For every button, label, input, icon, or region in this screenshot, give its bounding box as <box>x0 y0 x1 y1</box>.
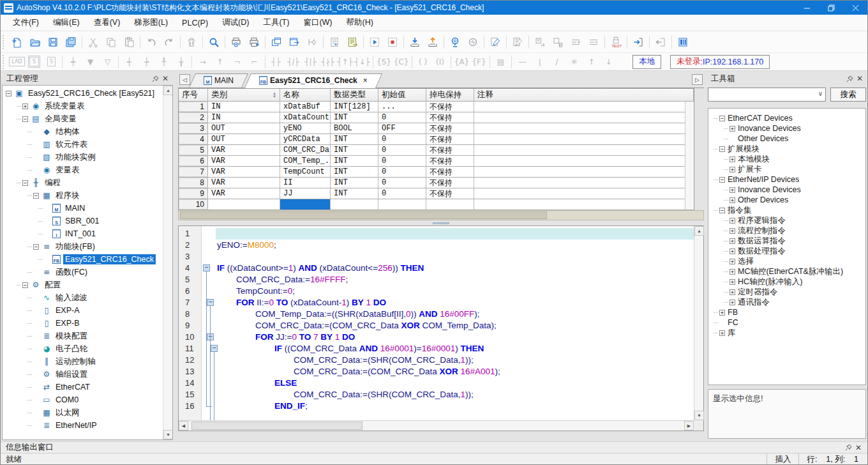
stop-button[interactable] <box>384 33 401 51</box>
toolbox-item-other-devices[interactable]: +Other Devices <box>708 195 865 205</box>
column-header-掉电保持[interactable]: 掉电保持 <box>426 89 474 101</box>
cell-掉电保持[interactable]: 不保持 <box>426 112 474 123</box>
menu-item-8[interactable]: 帮助(H) <box>340 16 380 30</box>
code-line-14[interactable]: ELSE <box>216 377 694 389</box>
expand-icon[interactable]: + <box>719 330 725 336</box>
toolbar-grip[interactable] <box>3 55 6 69</box>
device-view-button[interactable] <box>674 33 692 51</box>
menu-item-2[interactable]: 查看(V) <box>87 16 128 30</box>
function-instruction-button[interactable]: {F} <box>470 54 488 70</box>
cell-类别[interactable]: IN <box>208 102 280 112</box>
column-header-注释[interactable]: 注释 <box>474 89 694 101</box>
cell-数据类型[interactable]: BOOL <box>331 123 378 133</box>
cell-注释[interactable] <box>474 188 694 199</box>
cell-初始值[interactable]: 0 <box>378 156 426 166</box>
menu-item-1[interactable]: 编辑(E) <box>46 16 87 30</box>
expand-icon[interactable]: + <box>730 187 735 193</box>
cell-类别[interactable]: IN <box>208 112 280 123</box>
coil-out-button[interactable]: ( ) <box>414 54 431 70</box>
cell-数据类型[interactable]: INT <box>331 112 378 123</box>
lad-mode-button[interactable]: LAD <box>8 54 26 70</box>
tree-item-easy521-crc16-check-easy521[interactable]: −▣Easy521_CRC16_Check [Easy521] <box>3 87 163 100</box>
expand-icon[interactable]: + <box>730 228 735 234</box>
menu-item-6[interactable]: 工具(T) <box>256 16 296 30</box>
menu-item-3[interactable]: 梯形图(L) <box>127 16 175 30</box>
copy-button[interactable] <box>102 33 120 51</box>
toolbox-item-inovance-devices[interactable]: +Inovance Devices <box>708 185 865 195</box>
toolbar-grip[interactable] <box>3 35 6 49</box>
collapse-icon[interactable]: − <box>33 193 39 199</box>
delete-button[interactable] <box>183 33 200 51</box>
cell-名称[interactable]: yCRCData <box>280 134 331 144</box>
print-button[interactable] <box>245 33 263 51</box>
collapse-icon[interactable]: − <box>719 177 725 183</box>
cell-初始值[interactable]: 0 <box>378 178 426 188</box>
cell-掉电保持[interactable]: 不保持 <box>426 156 474 166</box>
insert-row-button[interactable] <box>567 33 585 51</box>
delete-line-button[interactable]: / <box>548 54 565 70</box>
collapse-icon[interactable]: − <box>22 180 28 186</box>
compile-all-button[interactable] <box>343 33 361 51</box>
scroll-up-icon[interactable]: ▲ <box>694 226 704 236</box>
tree-item-功能块-fb[interactable]: −≡功能块(FB) <box>3 240 163 253</box>
contact-rising-button[interactable]: ┤|├ <box>302 54 319 70</box>
tree-item-easy521-crc16-check[interactable]: FBEasy521_CRC16_Check <box>3 253 163 266</box>
export-window-button[interactable] <box>285 33 303 51</box>
h-line-button[interactable]: — <box>514 54 531 70</box>
cell-掉电保持[interactable]: 不保持 <box>426 102 474 112</box>
contact-pulse-down-button[interactable]: ┤↓├ <box>354 54 371 70</box>
cell-名称[interactable]: xDataCount <box>280 112 331 123</box>
line-right-button[interactable]: → <box>194 54 211 70</box>
expand-icon[interactable]: + <box>730 197 735 203</box>
code-line-1[interactable] <box>216 228 694 240</box>
toolbox-item-fc[interactable]: FC <box>708 317 865 328</box>
tree-item-ethernet-ip[interactable]: ≣EtherNet/IP <box>3 419 163 432</box>
cell-名称[interactable]: TempCount <box>280 167 331 177</box>
code-line-16[interactable]: END_IF; <box>216 400 694 412</box>
code-line-5[interactable]: COM_CRC_Data:=16#FFFF; <box>216 274 694 286</box>
contact-edit-3-button[interactable]: ╀ <box>155 54 172 70</box>
logout-button[interactable] <box>652 33 670 51</box>
code-line-7[interactable]: FOR II:=0 TO (xDataCount-1) BY 1 DO <box>216 297 694 309</box>
append-branch-button[interactable]: ▽ <box>99 54 116 70</box>
row-number[interactable]: 1 <box>179 102 208 112</box>
cell-名称[interactable]: COM_CRC_Data <box>280 145 331 155</box>
fold-collapse-icon[interactable]: − <box>203 264 210 271</box>
expand-icon[interactable]: + <box>22 103 28 109</box>
run-button[interactable] <box>366 33 384 51</box>
tree-item-sbr-001[interactable]: SSBR_001 <box>3 215 163 227</box>
expand-icon[interactable]: + <box>730 156 735 162</box>
close-panel-icon[interactable]: ✕ <box>853 443 864 453</box>
transfer-delete-button[interactable] <box>549 33 567 51</box>
toolbox-item-other-devices[interactable]: Other Devices <box>708 133 865 144</box>
cell-类别[interactable]: VAR <box>208 156 280 166</box>
tree-item-运动控制轴[interactable]: ‖运动控制轴 <box>3 355 163 368</box>
cell-注释[interactable] <box>474 123 694 133</box>
cell-初始值[interactable]: 0 <box>378 134 426 144</box>
menu-item-4[interactable]: PLC(P) <box>175 16 215 30</box>
expand-icon[interactable]: + <box>730 126 735 132</box>
tree-item-配置[interactable]: −⚙配置 <box>3 278 163 291</box>
tree-item-exp-b[interactable]: ▯EXP-B <box>3 317 163 330</box>
login-button[interactable] <box>629 33 647 51</box>
tree-item-结构体[interactable]: ◆结构体 <box>3 125 163 138</box>
download-plc-button[interactable] <box>406 33 424 51</box>
cell-掉电保持[interactable]: 不保持 <box>426 123 474 133</box>
row-number[interactable]: 8 <box>179 178 208 188</box>
cascade-windows-button[interactable] <box>267 33 285 51</box>
move-up-button[interactable]: ↑ <box>583 54 600 70</box>
toolbox-item-扩展卡[interactable]: +扩展卡 <box>708 164 865 174</box>
row-number[interactable]: 4 <box>179 134 208 144</box>
cell-名称[interactable]: yENO <box>280 123 331 133</box>
contact-pulse-up-button[interactable]: ┤↑├ <box>336 54 354 70</box>
cut-button[interactable] <box>84 33 102 51</box>
tree-item-轴组设置[interactable]: ⚙轴组设置 <box>3 368 163 381</box>
cell-注释[interactable] <box>474 145 694 155</box>
cell-类别[interactable]: VAR <box>208 167 280 177</box>
compile-button[interactable] <box>326 33 343 51</box>
write-edit-button[interactable] <box>509 33 527 51</box>
cell-数据类型[interactable]: INT <box>331 156 378 166</box>
tree-item-ethercat[interactable]: ⇄EtherCAT <box>3 381 163 393</box>
code-line-2[interactable]: yENO:=M8000; <box>216 240 694 251</box>
line-corner-2-button[interactable]: ⌐ <box>246 54 263 70</box>
